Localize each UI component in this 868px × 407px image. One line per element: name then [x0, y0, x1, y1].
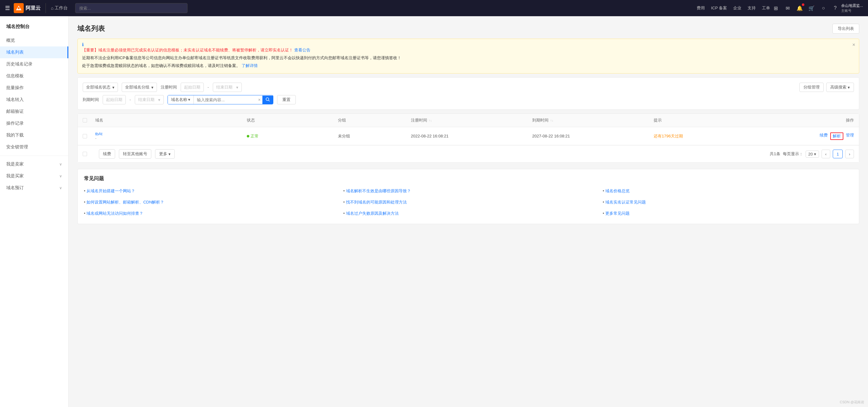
export-button[interactable]: 导出列表 — [832, 24, 859, 34]
nav-fee[interactable]: 费用 — [697, 5, 705, 11]
advanced-search-button[interactable]: 高级搜索 ▾ — [826, 82, 854, 92]
domain-group-select[interactable]: 全部域名分组 ▾ — [122, 82, 157, 92]
product-icon[interactable]: ⊞ — [773, 5, 779, 11]
sort-icon[interactable]: ↑↓ — [429, 119, 432, 122]
help-icon[interactable]: ? — [832, 5, 839, 11]
manage-action[interactable]: 管理 — [846, 132, 854, 140]
date-separator-1: - — [208, 85, 209, 90]
pagination: 共1条 每页显示： 20 ▾ ‹ 1 › — [770, 149, 854, 158]
person-icon[interactable]: ○ — [820, 5, 827, 11]
nav-links: 费用 ICP 备案 企业 支持 工单 — [697, 5, 770, 11]
alert-close-icon[interactable]: × — [852, 42, 855, 48]
renew-action[interactable]: 续费 — [819, 132, 828, 140]
chevron-down-icon: ▾ — [112, 85, 115, 90]
dns-action[interactable]: 解析 — [830, 132, 843, 140]
chevron-down-icon: ∨ — [59, 186, 62, 190]
cart-icon[interactable]: 🛒 — [808, 5, 815, 11]
row-check-col — [83, 134, 95, 138]
sidebar-group-seller[interactable]: 我是卖家 ∨ — [0, 158, 68, 170]
alert-link[interactable]: 查看公告 — [294, 48, 310, 53]
faq-item-5[interactable]: 域名实名认证常见问题 — [603, 198, 853, 206]
per-page-select[interactable]: 20 ▾ — [806, 150, 819, 158]
sidebar-group-buyer[interactable]: 我是买家 ∨ — [0, 170, 68, 182]
sort-icon[interactable]: ↑↓ — [550, 119, 553, 122]
faq-grid: 从域名开始搭建一个网站？ 域名解析不生效是由哪些原因导致？ 域名价格总览 如何设… — [84, 187, 853, 217]
faq-title: 常见问题 — [84, 175, 853, 182]
row-action-col: 续费 解析 管理 — [763, 132, 854, 140]
reg-end-date[interactable]: 结束日期 ▾ — [213, 82, 242, 92]
faq-item-6[interactable]: 域名或网站无法访问如何排查？ — [84, 209, 334, 217]
reg-start-date[interactable]: 起始日期 — [181, 82, 204, 92]
more-batch-button[interactable]: 更多 ▾ — [155, 149, 175, 159]
nav-icons: ⊞ ✉ 🔔 🛒 ○ ? — [773, 5, 839, 11]
sidebar-item-operation-log[interactable]: 操作记录 — [0, 117, 68, 129]
domain-search-input[interactable] — [194, 96, 256, 104]
chevron-down-icon: ▾ — [151, 85, 154, 90]
total-count: 共1条 — [770, 151, 780, 157]
page-title: 域名列表 — [78, 24, 105, 33]
domain-status-select[interactable]: 全部域名状态 ▾ — [83, 82, 118, 92]
sidebar-item-overview[interactable]: 概览 — [0, 35, 68, 46]
check-all-checkbox[interactable] — [83, 118, 87, 123]
user-info[interactable]: 余山地震监... 主账号 — [841, 3, 863, 13]
chevron-down-icon: ▾ — [814, 152, 816, 157]
sidebar-item-template[interactable]: 信息模板 — [0, 70, 68, 82]
group-manage-button[interactable]: 分组管理 — [799, 82, 824, 92]
footer-checkbox[interactable] — [83, 152, 87, 156]
sidebar-item-history[interactable]: 历史域名记录 — [0, 58, 68, 70]
faq-item-7[interactable]: 域名过户失败原因及解决方法 — [343, 209, 593, 217]
sidebar-title: 域名控制台 — [0, 21, 68, 35]
prev-page-button[interactable]: ‹ — [822, 149, 830, 158]
faq-item-0[interactable]: 从域名开始搭建一个网站？ — [84, 187, 334, 195]
faq-item-4[interactable]: 找不到域名的可能原因和处理方法 — [343, 198, 593, 206]
reset-button[interactable]: 重置 — [277, 95, 296, 104]
main-content: 域名列表 导出列表 ℹ 【重要】域名注册必须使用已完成实名认证的信息模板；未实名… — [69, 16, 868, 407]
sidebar-item-security-lock[interactable]: 安全锁管理 — [0, 141, 68, 153]
col-domain-header: 域名 — [95, 117, 247, 123]
sidebar-item-domain-list[interactable]: 域名列表 — [0, 46, 68, 58]
watermark: CSDN @花崗岩 — [840, 400, 864, 405]
nav-icp[interactable]: ICP 备案 — [711, 5, 727, 11]
faq-item-1[interactable]: 域名解析不生效是由哪些原因导致？ — [343, 187, 593, 195]
faq-item-8[interactable]: 更多常见问题 — [603, 209, 853, 217]
faq-section: 常见问题 从域名开始搭建一个网站？ 域名解析不生效是由哪些原因导致？ 域名价格总… — [78, 169, 859, 224]
top-search-input[interactable] — [75, 3, 187, 13]
expire-end-date[interactable]: 结束日期 ▾ — [135, 95, 164, 104]
message-icon[interactable]: ✉ — [784, 5, 791, 11]
domain-link[interactable]: tbAt — [95, 132, 102, 136]
search-group: 域名名称 ▾ × — [167, 95, 274, 104]
clear-search-icon[interactable]: × — [256, 96, 262, 104]
learn-more-link[interactable]: 了解详情 — [242, 63, 258, 68]
chevron-down-icon: ∨ — [59, 162, 62, 166]
row-checkbox[interactable] — [83, 134, 87, 138]
logo-text: 阿里云 — [26, 5, 40, 11]
notification-badge — [802, 3, 804, 6]
action-links: 续费 解析 管理 — [763, 132, 854, 140]
bell-icon[interactable]: 🔔 — [796, 5, 803, 11]
check-all-col — [83, 118, 95, 123]
hamburger-icon[interactable]: ☰ — [5, 5, 10, 11]
sidebar-item-transfer[interactable]: 域名转入 — [0, 94, 68, 106]
batch-renew-button[interactable]: 续费 — [99, 149, 115, 159]
nav-enterprise[interactable]: 企业 — [733, 5, 741, 11]
search-type-select[interactable]: 域名名称 ▾ — [168, 95, 194, 104]
sidebar-group-reservation[interactable]: 域名预订 ∨ — [0, 182, 68, 194]
workbench-link[interactable]: ⌂ 工作台 — [51, 5, 68, 11]
logo: 阿里云 — [14, 3, 46, 13]
search-button[interactable] — [262, 96, 273, 104]
faq-item-2[interactable]: 域名价格总览 — [603, 187, 853, 195]
filter-row-2: 到期时间 起始日期 - 结束日期 ▾ 域名名称 ▾ × — [83, 95, 854, 104]
nav-ticket[interactable]: 工单 — [762, 5, 770, 11]
chevron-down-icon: ▾ — [848, 85, 850, 90]
transfer-account-button[interactable]: 转至其他账号 — [119, 149, 151, 159]
sidebar-item-email-verify[interactable]: 邮箱验证 — [0, 106, 68, 117]
nav-support[interactable]: 支持 — [748, 5, 756, 11]
sidebar-item-my-downloads[interactable]: 我的下载 — [0, 129, 68, 141]
alert-line-1: 【重要】域名注册必须使用已完成实名认证的信息模板；未实名认证域名不能续费、将被暂… — [82, 47, 855, 54]
faq-item-3[interactable]: 如何设置网站解析、邮箱解析、CDN解析？ — [84, 198, 334, 206]
sidebar-item-batch[interactable]: 批量操作 — [0, 82, 68, 94]
svg-point-1 — [266, 98, 269, 100]
current-page[interactable]: 1 — [833, 149, 843, 158]
expire-start-date[interactable]: 起始日期 — [103, 95, 126, 104]
next-page-button[interactable]: › — [845, 149, 854, 158]
